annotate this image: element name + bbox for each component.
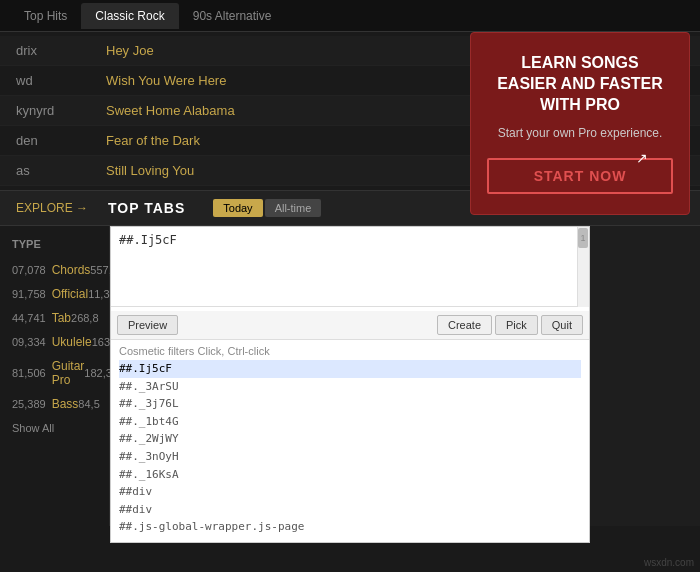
- filter-panel: ##.Ij5cF 1 Preview Create Pick Quit Cosm…: [110, 226, 590, 543]
- filter-item[interactable]: ##._2WjWY: [119, 430, 581, 448]
- time-filter: Today All-time: [213, 199, 321, 217]
- type-count-right: 182,3: [84, 367, 112, 379]
- alltime-button[interactable]: All-time: [265, 199, 322, 217]
- filter-scrollbar[interactable]: 1: [577, 227, 589, 307]
- type-row-official[interactable]: 91,758 Official 11,3: [0, 282, 109, 306]
- filter-item[interactable]: ##._1bt4G: [119, 413, 581, 431]
- bottom-section: TYPE 07,078 Chords 557,4 91,758 Official…: [0, 226, 700, 526]
- type-row-bass[interactable]: 25,389 Bass 84,5: [0, 392, 109, 416]
- filter-list-header: Cosmetic filters Click, Ctrl-click: [119, 344, 581, 358]
- artist-name: as: [16, 163, 106, 178]
- pro-banner: LEARN SONGSEASIER AND FASTERWITH PRO Sta…: [470, 32, 690, 215]
- filter-item[interactable]: ##._3ArSU: [119, 378, 581, 396]
- cursor-indicator: ↗: [636, 150, 648, 166]
- filter-toolbar: Preview Create Pick Quit: [111, 311, 589, 340]
- type-row-ukulele[interactable]: 09,334 Ukulele 163,1: [0, 330, 109, 354]
- filter-scrollbar-thumb: 1: [578, 228, 588, 248]
- filter-item[interactable]: ##.Ij5cF: [119, 360, 581, 378]
- filter-textarea[interactable]: ##.Ij5cF: [111, 227, 589, 307]
- type-count-left: 44,741: [12, 312, 46, 324]
- pro-banner-subtitle: Start your own Pro experience.: [487, 125, 673, 142]
- create-button[interactable]: Create: [437, 315, 492, 335]
- pick-button[interactable]: Pick: [495, 315, 538, 335]
- top-section: drix Hey Joe ★★★★★ wd Wish You Were Here…: [0, 32, 700, 190]
- type-count-left: 81,506: [12, 367, 46, 379]
- tab-bar: Top Hits Classic Rock 90s Alternative: [0, 0, 700, 32]
- filter-item[interactable]: ##div: [119, 483, 581, 501]
- preview-button[interactable]: Preview: [117, 315, 178, 335]
- artist-name: drix: [16, 43, 106, 58]
- artist-name: kynyrd: [16, 103, 106, 118]
- type-link-ukulele[interactable]: Ukulele: [52, 335, 92, 349]
- artist-name: den: [16, 133, 106, 148]
- top-tabs-label: TOP TABS: [108, 200, 185, 216]
- artist-name: wd: [16, 73, 106, 88]
- type-link-tab[interactable]: Tab: [52, 311, 71, 325]
- tab-top-hits[interactable]: Top Hits: [10, 3, 81, 29]
- main-content: ##.Ij5cF 1 Preview Create Pick Quit Cosm…: [110, 226, 700, 526]
- type-link-chords[interactable]: Chords: [52, 263, 91, 277]
- type-row-chords[interactable]: 07,078 Chords 557,4: [0, 258, 109, 282]
- type-header: TYPE: [0, 234, 109, 258]
- type-count-left: 07,078: [12, 264, 46, 276]
- type-row-tab[interactable]: 44,741 Tab 268,8: [0, 306, 109, 330]
- explore-link[interactable]: EXPLORE →: [16, 201, 88, 215]
- today-button[interactable]: Today: [213, 199, 262, 217]
- filter-action-buttons: Create Pick Quit: [437, 315, 583, 335]
- type-count-left: 25,389: [12, 398, 46, 410]
- filter-item[interactable]: ##div: [119, 501, 581, 519]
- filter-item[interactable]: ##._3j76L: [119, 395, 581, 413]
- filter-item[interactable]: ##._3nOyH: [119, 448, 581, 466]
- type-count-left: 91,758: [12, 288, 46, 300]
- type-link-bass[interactable]: Bass: [52, 397, 79, 411]
- filter-item[interactable]: ##._16KsA: [119, 466, 581, 484]
- tab-classic-rock[interactable]: Classic Rock: [81, 3, 178, 29]
- type-count-right: 268,8: [71, 312, 99, 324]
- type-count-left: 09,334: [12, 336, 46, 348]
- watermark: wsxdn.com: [644, 557, 694, 568]
- type-count-right: 84,5: [78, 398, 99, 410]
- type-link-guitar-pro[interactable]: Guitar Pro: [52, 359, 85, 387]
- types-sidebar: TYPE 07,078 Chords 557,4 91,758 Official…: [0, 226, 110, 526]
- type-count-right: 11,3: [88, 288, 109, 300]
- tab-90s-alternative[interactable]: 90s Alternative: [179, 3, 286, 29]
- type-link-official[interactable]: Official: [52, 287, 88, 301]
- pro-banner-title: LEARN SONGSEASIER AND FASTERWITH PRO: [487, 53, 673, 115]
- filter-item[interactable]: ##.js-global-wrapper.js-page: [119, 518, 581, 536]
- quit-button[interactable]: Quit: [541, 315, 583, 335]
- type-row-guitar-pro[interactable]: 81,506 Guitar Pro 182,3: [0, 354, 109, 392]
- filter-list-section: Cosmetic filters Click, Ctrl-click ##.Ij…: [111, 340, 589, 542]
- show-all-link[interactable]: Show All: [0, 416, 109, 440]
